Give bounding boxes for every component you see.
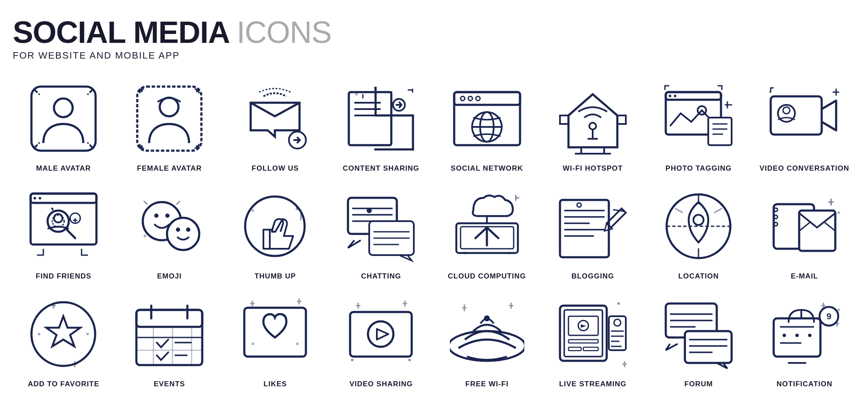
svg-point-106 xyxy=(617,302,620,305)
icon-emoji: EMOJI xyxy=(119,186,220,281)
icon-chatting: CHATTING xyxy=(330,186,432,281)
svg-point-90 xyxy=(296,343,299,345)
svg-point-9 xyxy=(196,90,198,92)
svg-point-2 xyxy=(38,93,40,95)
icons-grid: MALE AVATAR FEMALE AVATAR xyxy=(13,78,855,389)
icon-notification: 9 NOTIFICATION xyxy=(754,294,855,389)
svg-point-7 xyxy=(160,98,178,116)
svg-point-57 xyxy=(367,208,372,213)
svg-point-92 xyxy=(368,321,393,347)
svg-point-3 xyxy=(87,93,89,95)
svg-point-111 xyxy=(795,334,799,337)
svg-point-112 xyxy=(808,334,811,337)
icon-add-to-favorite: ADD TO FAVORITE xyxy=(13,294,114,389)
icon-video-conversation: VIDEO CONVERSATION xyxy=(754,78,855,173)
svg-point-16 xyxy=(412,148,414,151)
svg-point-110 xyxy=(783,334,786,337)
svg-point-73 xyxy=(774,222,778,226)
svg-rect-101 xyxy=(568,340,598,343)
svg-point-75 xyxy=(837,211,840,214)
svg-rect-102 xyxy=(568,347,581,351)
svg-point-48 xyxy=(165,214,170,218)
svg-rect-34 xyxy=(708,118,732,145)
icon-location: LOCATION xyxy=(648,186,749,281)
svg-point-8 xyxy=(140,90,143,92)
svg-point-71 xyxy=(774,208,778,211)
svg-point-10 xyxy=(140,145,143,148)
svg-rect-109 xyxy=(774,318,820,357)
icon-wifi-hotspot: WI-FI HOTSPOT xyxy=(542,78,644,173)
icon-photo-tagging: PHOTO TAGGING xyxy=(648,78,749,173)
svg-rect-0 xyxy=(31,87,96,151)
icon-likes: LIKES xyxy=(224,294,326,389)
svg-point-4 xyxy=(38,142,40,144)
svg-rect-18 xyxy=(454,92,520,105)
icon-find-friends: FIND FRIENDS xyxy=(13,186,114,281)
svg-point-52 xyxy=(144,235,146,237)
svg-point-51 xyxy=(186,228,190,232)
icon-social-network: SOCIAL NETWORK xyxy=(436,78,538,173)
svg-rect-6 xyxy=(137,87,201,151)
icon-email: E-MAIL xyxy=(754,186,855,281)
svg-point-25 xyxy=(589,123,596,129)
svg-point-32 xyxy=(674,95,676,97)
svg-point-96 xyxy=(484,315,490,321)
svg-rect-65 xyxy=(560,200,609,257)
svg-point-15 xyxy=(355,93,358,96)
svg-point-37 xyxy=(783,107,790,114)
svg-rect-91 xyxy=(350,312,412,357)
icon-female-avatar: FEMALE AVATAR xyxy=(119,78,220,173)
svg-point-31 xyxy=(669,95,671,97)
icon-video-sharing: VIDEO SHARING xyxy=(330,294,432,389)
svg-rect-13 xyxy=(349,92,391,145)
svg-point-93 xyxy=(408,359,411,361)
svg-point-77 xyxy=(38,333,40,335)
svg-rect-80 xyxy=(136,310,202,327)
svg-rect-97 xyxy=(560,306,607,361)
svg-rect-38 xyxy=(31,194,96,245)
svg-point-78 xyxy=(86,333,89,335)
svg-rect-104 xyxy=(609,316,626,350)
svg-point-72 xyxy=(774,215,778,219)
icon-thumb-up: THUMB UP xyxy=(224,186,326,281)
svg-point-47 xyxy=(154,214,158,218)
svg-point-55 xyxy=(252,209,254,212)
icon-male-avatar: MALE AVATAR xyxy=(13,78,114,173)
icon-free-wifi: FREE WI-FI xyxy=(436,294,538,389)
icon-content-sharing: CONTENT SHARING xyxy=(330,78,432,173)
svg-point-11 xyxy=(196,145,198,148)
svg-point-23 xyxy=(468,96,472,101)
icon-cloud-computing: CLOUD COMPUTING xyxy=(436,186,538,281)
icon-live-streaming: LIVE STREAMING xyxy=(542,294,644,389)
svg-point-41 xyxy=(39,197,41,200)
svg-point-49 xyxy=(167,218,199,250)
icon-follow-us: FOLLOW US xyxy=(224,78,326,173)
svg-point-40 xyxy=(34,197,36,200)
svg-point-63 xyxy=(464,252,466,254)
svg-point-115 xyxy=(837,309,840,311)
svg-rect-103 xyxy=(583,347,598,351)
svg-text:9: 9 xyxy=(826,312,831,321)
svg-point-24 xyxy=(476,96,480,101)
svg-point-64 xyxy=(508,252,511,254)
svg-point-54 xyxy=(296,207,299,210)
icon-events: EVENTS xyxy=(119,294,220,389)
svg-point-50 xyxy=(176,228,180,232)
page-title: SOCIAL MEDIA ICONS xyxy=(13,17,855,48)
svg-point-22 xyxy=(461,96,465,101)
svg-point-53 xyxy=(245,197,305,256)
svg-point-94 xyxy=(351,359,353,361)
icon-forum: FORUM xyxy=(648,294,749,389)
svg-point-69 xyxy=(693,215,704,225)
svg-point-66 xyxy=(577,203,581,207)
icon-blogging: BLOGGING xyxy=(542,186,644,281)
svg-point-76 xyxy=(31,302,95,366)
page-subtitle: FOR WEBSITE AND MOBILE APP xyxy=(13,50,855,61)
svg-point-5 xyxy=(87,142,89,144)
svg-point-1 xyxy=(54,98,73,117)
svg-rect-108 xyxy=(685,331,732,363)
svg-point-89 xyxy=(252,343,254,345)
